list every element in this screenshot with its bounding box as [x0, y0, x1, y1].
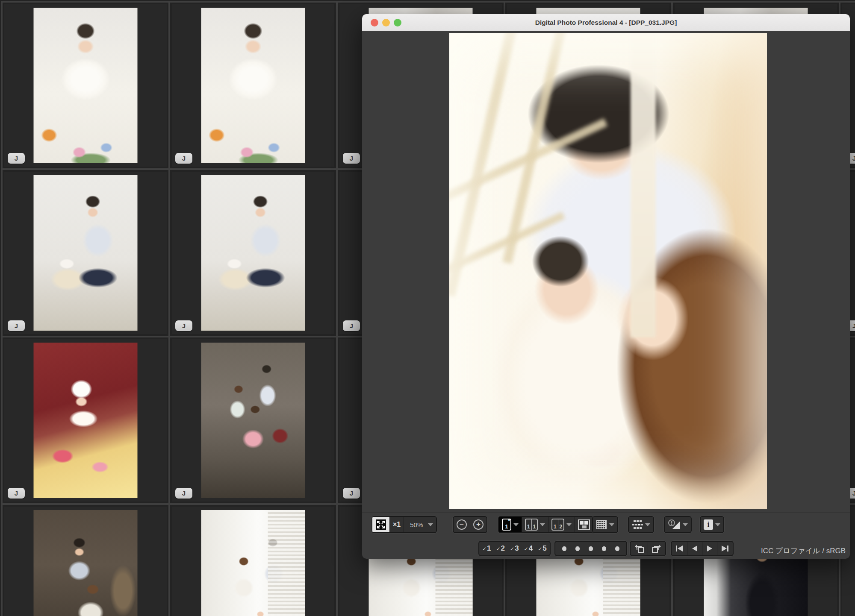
thumbnail-photo: [201, 8, 305, 163]
rotate-right-icon: [651, 543, 662, 554]
jpeg-badge: J: [343, 153, 360, 164]
check5-button[interactable]: ✓5: [538, 544, 547, 553]
thumbnail-rows-icon: [632, 519, 643, 530]
rating-dot-2[interactable]: [575, 546, 580, 551]
thumbnail-cell[interactable]: J: [172, 507, 334, 616]
thumbnail-cell[interactable]: J: [4, 507, 167, 616]
window-mullion: [449, 212, 565, 281]
split-view-button[interactable]: 12: [548, 517, 575, 532]
viewer-window: Digital Photo Professional 4 - [DPP_031.…: [362, 14, 850, 559]
single-image-view-button[interactable]: *1: [499, 517, 522, 532]
thumbnail-cell[interactable]: J: [4, 172, 167, 334]
thumbnail-photo: [34, 343, 138, 498]
chevron-down-icon: [566, 523, 572, 526]
preview-photo[interactable]: [449, 33, 767, 509]
thumbnail-cell[interactable]: J: [172, 339, 334, 502]
thumbnail-cell[interactable]: J: [172, 172, 334, 334]
previous-image-icon: [690, 544, 699, 553]
window-mullion: [449, 33, 521, 297]
highlight-warning-icon: [668, 519, 681, 530]
jpeg-badge: J: [343, 488, 360, 499]
grid-icon: [596, 519, 607, 530]
chevron-down-icon: [428, 523, 433, 526]
thumbnail-cell[interactable]: J: [4, 4, 167, 167]
chevron-down-icon: [513, 523, 519, 526]
rotate-right-button[interactable]: [648, 542, 665, 555]
chevron-down-icon: [715, 523, 720, 526]
split-view-icon: 12: [551, 519, 564, 531]
check4-button[interactable]: ✓4: [524, 544, 537, 553]
rotate-left-button[interactable]: [631, 542, 648, 555]
check-icon: ✓: [524, 546, 528, 552]
check-icon: ✓: [538, 546, 542, 552]
icc-profile-label: ICC プロファイル / sRGB: [761, 546, 846, 556]
jpeg-badge: J: [343, 320, 360, 331]
actual-size-button[interactable]: ×1: [390, 517, 404, 532]
chevron-down-icon: [683, 523, 688, 526]
thumbnail-photo: [34, 8, 138, 163]
fit-to-window-icon: [375, 519, 386, 530]
jpeg-badge: J: [8, 320, 25, 331]
chevron-down-icon: [645, 523, 650, 526]
rotate-left-icon: [634, 543, 645, 554]
check3-button[interactable]: ✓3: [510, 544, 523, 553]
jpeg-badge: J: [175, 320, 192, 331]
check1-button[interactable]: ✓1: [482, 544, 495, 553]
jpeg-badge: J: [8, 488, 25, 499]
last-image-button[interactable]: [717, 542, 733, 555]
thumbnail-cell[interactable]: J: [172, 4, 334, 167]
thumbnail-rows-button[interactable]: [629, 517, 653, 532]
next-image-button[interactable]: [702, 542, 717, 555]
previous-image-button[interactable]: [687, 542, 702, 555]
jpeg-badge: J: [8, 153, 25, 164]
window-mullion: [503, 33, 571, 264]
check-mark-buttons: ✓1 ✓2 ✓3 ✓4 ✓5: [479, 542, 550, 555]
wall-pillar: [631, 33, 656, 337]
compare-view-icon: 11: [525, 519, 538, 531]
zoom-out-button[interactable]: −: [454, 517, 470, 532]
next-image-icon: [705, 544, 714, 553]
toolbar-divider-2: [362, 538, 850, 538]
info-button[interactable]: i: [701, 517, 723, 532]
jpeg-badge: J: [175, 153, 192, 164]
thumbnail-photo: [34, 510, 138, 616]
thumbnail-photo: [201, 510, 305, 616]
first-image-icon: [675, 544, 684, 553]
check-icon: ✓: [510, 546, 514, 552]
check2-button[interactable]: ✓2: [496, 544, 509, 553]
thumbnail-photo: [201, 175, 305, 331]
fit-to-window-button[interactable]: [372, 517, 390, 532]
window-title: Digital Photo Professional 4 - [DPP_031.…: [362, 14, 850, 31]
check-icon: ✓: [496, 546, 501, 552]
jpeg-badge: J: [175, 488, 192, 499]
window-mullion: [449, 118, 607, 204]
rating-dot-1[interactable]: [562, 546, 566, 551]
first-image-button[interactable]: [672, 542, 687, 555]
chevron-down-icon: [540, 523, 545, 526]
single-view-icon: *1: [502, 519, 511, 531]
thumbnail-cell[interactable]: J: [4, 339, 167, 502]
titlebar[interactable]: Digital Photo Professional 4 - [DPP_031.…: [362, 14, 850, 31]
grid-view-button[interactable]: [593, 517, 617, 532]
multi-layout-button[interactable]: [575, 517, 593, 532]
compare-view-button[interactable]: 11: [522, 517, 548, 532]
viewer-toolbar: ×1 50% − + *1 11 12: [362, 516, 850, 533]
zoom-level-value: 50%: [407, 521, 426, 528]
toolbar-divider: [362, 512, 850, 513]
zoom-in-button[interactable]: +: [470, 517, 486, 532]
highlight-warning-button[interactable]: [665, 517, 691, 532]
last-image-icon: [720, 544, 730, 553]
multi-layout-icon: [578, 519, 590, 531]
zoom-level-dropdown[interactable]: 50%: [404, 517, 436, 532]
check-icon: ✓: [482, 546, 486, 552]
rating-dots: [555, 542, 626, 555]
chevron-down-icon: [609, 523, 614, 526]
rating-dot-3[interactable]: [589, 546, 593, 551]
thumbnail-photo: [34, 175, 138, 331]
info-icon: i: [704, 519, 713, 530]
rating-dot-5[interactable]: [615, 546, 619, 551]
rating-dot-4[interactable]: [602, 546, 606, 551]
thumbnail-photo: [201, 343, 305, 498]
